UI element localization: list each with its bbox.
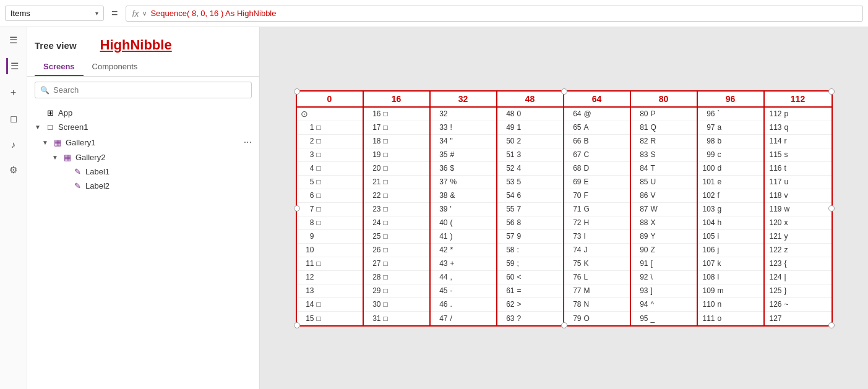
cell-char: < bbox=[517, 273, 522, 281]
items-dropdown[interactable]: Items ▾ bbox=[5, 6, 104, 21]
cell-char: b bbox=[718, 137, 722, 145]
table-row: 27□ bbox=[364, 257, 429, 271]
tree-item-label1[interactable]: ✎ Label1 bbox=[27, 165, 259, 179]
cell-char: - bbox=[450, 286, 453, 295]
cell-number: 115 bbox=[768, 150, 782, 159]
cell-number: 63 bbox=[501, 314, 515, 323]
cell-char: u bbox=[784, 177, 789, 186]
cell-char: □ bbox=[384, 273, 388, 281]
cell-number: 5 bbox=[301, 177, 314, 186]
dropdown-arrow-icon: ▾ bbox=[95, 10, 98, 17]
cell-char: F bbox=[584, 191, 588, 200]
cell-number: 105 bbox=[702, 232, 715, 241]
cell-char: □ bbox=[384, 300, 388, 309]
cell-char: 6 bbox=[517, 191, 522, 200]
cell-number: 66 bbox=[568, 137, 582, 145]
cell-char: t bbox=[784, 164, 786, 173]
handle-tr[interactable] bbox=[828, 88, 835, 95]
fx-chevron-icon[interactable]: ∨ bbox=[142, 10, 147, 17]
table-row: 100d bbox=[698, 162, 763, 176]
table-row: 89Y bbox=[631, 230, 697, 244]
cell-number: 86 bbox=[635, 191, 648, 200]
search-box[interactable]: 🔍 bbox=[35, 82, 252, 98]
table-row: 123{ bbox=[765, 257, 831, 271]
data-table: 0163248648096112 ⊙1□2□3□4□5□6□7□8□91011□… bbox=[296, 90, 833, 327]
cell-number: 81 bbox=[635, 123, 648, 132]
cell-char: □ bbox=[317, 137, 321, 145]
tab-screens[interactable]: Screens bbox=[35, 58, 84, 76]
table-row: 114r bbox=[765, 135, 831, 148]
cell-number: 119 bbox=[768, 205, 782, 213]
cell-number: 30 bbox=[367, 300, 381, 309]
cell-number: 122 bbox=[768, 246, 782, 254]
label1-icon: ✎ bbox=[72, 167, 83, 176]
cell-number: 11 bbox=[301, 259, 314, 268]
cell-char: S bbox=[651, 150, 656, 159]
cell-number: 117 bbox=[768, 177, 782, 186]
layers-icon[interactable]: ☰ bbox=[6, 58, 21, 74]
tree-view-title: Tree view bbox=[35, 40, 77, 51]
chevron-icon: ▼ bbox=[35, 124, 42, 130]
cell-char: . bbox=[450, 300, 452, 309]
table-row: 101e bbox=[698, 176, 763, 189]
col-header-0: 0 bbox=[297, 92, 364, 106]
table-row: 121y bbox=[765, 230, 831, 244]
cell-char: U bbox=[651, 177, 656, 186]
table-row: 67C bbox=[564, 148, 630, 162]
formula-bar[interactable]: fx ∨ Sequence( 8, 0, 16 ) As HighNibble bbox=[126, 6, 863, 22]
table-row: 30□ bbox=[364, 298, 429, 312]
table-row: 6□ bbox=[297, 189, 363, 203]
settings-icon[interactable]: ⚙ bbox=[7, 162, 20, 178]
table-row: 12 bbox=[297, 271, 363, 284]
table-row: 127 bbox=[765, 312, 831, 325]
cell-char: j bbox=[718, 246, 720, 254]
cell-number: 113 bbox=[768, 123, 782, 132]
gallery1-label: Gallery1 bbox=[66, 138, 95, 147]
hamburger-icon[interactable]: ☰ bbox=[7, 32, 20, 48]
cell-number: 56 bbox=[501, 218, 515, 227]
cell-number: 7 bbox=[301, 205, 314, 213]
table-row: 95_ bbox=[631, 312, 697, 325]
formula-text[interactable]: Sequence( 8, 0, 16 ) As HighNibble bbox=[150, 9, 276, 18]
handle-mr[interactable] bbox=[828, 205, 835, 212]
table-row: 97a bbox=[698, 121, 763, 135]
handle-tm[interactable] bbox=[561, 88, 567, 95]
media-icon[interactable]: ♪ bbox=[9, 137, 19, 152]
handle-tl[interactable] bbox=[294, 88, 300, 95]
table-row: 3□ bbox=[297, 148, 363, 162]
cell-char: i bbox=[718, 232, 720, 241]
cell-number: 101 bbox=[702, 177, 715, 186]
cell-number: 124 bbox=[768, 273, 782, 281]
handle-bm[interactable] bbox=[561, 322, 567, 328]
tree-item-gallery2[interactable]: ▼ ▦ Gallery2 bbox=[27, 150, 259, 165]
tab-components[interactable]: Components bbox=[84, 58, 147, 76]
cell-char: _ bbox=[651, 314, 655, 323]
col-header-112: 112 bbox=[765, 92, 831, 106]
table-row: 107k bbox=[698, 257, 763, 271]
shapes-icon[interactable]: ◻ bbox=[7, 111, 20, 127]
cell-number: 55 bbox=[501, 205, 515, 213]
tree-item-label2[interactable]: ✎ Label2 bbox=[27, 179, 259, 193]
cell-number: 60 bbox=[501, 273, 515, 281]
cell-number: 89 bbox=[635, 232, 648, 241]
tree-item-app[interactable]: ⊞ App bbox=[27, 106, 259, 120]
handle-br[interactable] bbox=[828, 322, 835, 328]
table-row: 76L bbox=[564, 271, 630, 284]
cell-char: v bbox=[784, 191, 788, 200]
cell-char: l bbox=[718, 273, 720, 281]
cell-char: + bbox=[450, 259, 455, 268]
cell-number: 59 bbox=[501, 259, 515, 268]
tree-item-screen1[interactable]: ▼ □ Screen1 bbox=[27, 120, 259, 134]
table-row: 39' bbox=[431, 203, 496, 216]
table-row: 524 bbox=[497, 162, 563, 176]
table-row: 118v bbox=[765, 189, 831, 203]
more-icon[interactable]: ··· bbox=[244, 137, 252, 148]
cell-number: 96 bbox=[702, 109, 715, 118]
cell-number: 42 bbox=[434, 246, 448, 254]
handle-bl[interactable] bbox=[294, 322, 300, 328]
search-input[interactable] bbox=[53, 85, 246, 95]
add-icon[interactable]: ＋ bbox=[6, 84, 20, 101]
tree-item-gallery1[interactable]: ▼ ▦ Gallery1 ··· bbox=[27, 134, 259, 150]
handle-ml[interactable] bbox=[294, 205, 300, 212]
cell-char: > bbox=[517, 300, 522, 309]
